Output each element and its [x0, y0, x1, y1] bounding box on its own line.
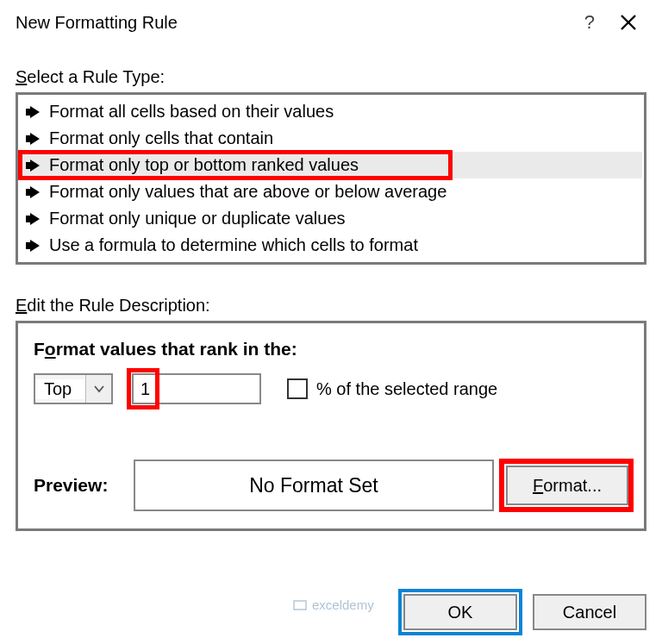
- close-icon: [619, 13, 638, 32]
- ok-button[interactable]: OK: [403, 594, 517, 630]
- ok-button-wrap: OK: [403, 594, 517, 630]
- dialog-title: New Formatting Rule: [16, 13, 572, 33]
- rule-icon: [25, 212, 41, 226]
- rule-description-box: Format values that rank in the: Top: [16, 321, 646, 531]
- dialog-footer: exceldemy OK Cancel: [0, 582, 662, 644]
- rank-direction-select[interactable]: Top: [34, 373, 113, 404]
- rank-controls-row: Top % of the selected range: [34, 373, 628, 404]
- help-button[interactable]: ?: [572, 8, 607, 37]
- rule-type-item[interactable]: Use a formula to determine which cells t…: [20, 232, 642, 259]
- rule-description-label: Edit the Rule Description:: [16, 296, 646, 316]
- percent-checkbox[interactable]: [287, 378, 308, 399]
- rank-value-input[interactable]: [132, 373, 261, 404]
- percent-checkbox-label: % of the selected range: [316, 379, 497, 399]
- rule-icon: [25, 185, 41, 199]
- format-button-wrap: Format...: [506, 466, 628, 505]
- rule-type-item[interactable]: Format only values that are above or bel…: [20, 178, 642, 205]
- watermark: exceldemy: [293, 597, 374, 612]
- rule-type-text: Format only cells that contain: [49, 128, 273, 148]
- rule-type-list: Format all cells based on their values F…: [16, 92, 646, 265]
- rule-icon: [25, 239, 41, 253]
- svg-rect-2: [294, 601, 306, 610]
- rank-direction-dropdown-button[interactable]: [85, 375, 111, 403]
- rule-type-item[interactable]: Format only unique or duplicate values: [20, 205, 642, 232]
- close-button[interactable]: [607, 9, 650, 35]
- rule-type-text: Format only unique or duplicate values: [49, 209, 346, 228]
- rule-icon: [25, 132, 41, 146]
- rule-icon: [25, 159, 41, 172]
- rank-value-wrap: [132, 373, 261, 404]
- format-values-label: Format values that rank in the:: [34, 339, 628, 360]
- rule-type-text: Format all cells based on their values: [49, 102, 334, 122]
- watermark-icon: [293, 598, 307, 612]
- rule-type-item[interactable]: Format all cells based on their values: [20, 98, 642, 125]
- preview-row: Preview: No Format Set Format...: [34, 460, 628, 511]
- rule-type-label: Select a Rule Type:: [16, 67, 646, 87]
- rule-type-text: Format only values that are above or bel…: [49, 182, 447, 202]
- rule-type-text: Use a formula to determine which cells t…: [49, 235, 418, 255]
- percent-checkbox-wrap: % of the selected range: [287, 378, 497, 399]
- dialog-content: Select a Rule Type: Format all cells bas…: [0, 45, 662, 582]
- rule-icon: [25, 105, 41, 119]
- rule-description-section: Edit the Rule Description: Format values…: [16, 282, 646, 531]
- format-button[interactable]: Format...: [506, 466, 628, 505]
- titlebar: New Formatting Rule ?: [0, 0, 662, 45]
- rule-type-item-selected[interactable]: Format only top or bottom ranked values: [20, 152, 642, 178]
- rank-direction-value: Top: [35, 379, 85, 399]
- cancel-button[interactable]: Cancel: [533, 594, 646, 630]
- new-formatting-rule-dialog: New Formatting Rule ? Select a Rule Type…: [0, 0, 662, 644]
- rule-type-text: Format only top or bottom ranked values: [49, 155, 359, 175]
- preview-box: No Format Set: [134, 460, 494, 511]
- rule-type-item[interactable]: Format only cells that contain: [20, 125, 642, 152]
- preview-label: Preview:: [34, 475, 122, 496]
- chevron-down-icon: [93, 385, 105, 393]
